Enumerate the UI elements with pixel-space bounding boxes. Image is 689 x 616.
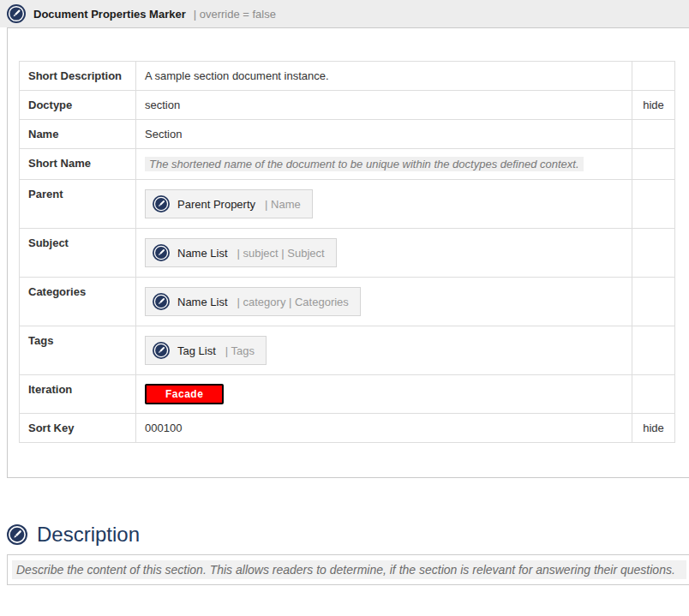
short-name-placeholder[interactable]: The shortened name of the document to be… [145,157,584,171]
short-name-field[interactable]: The shortened name of the document to be… [136,149,632,180]
table-row-short-description: Short Description A sample section docum… [20,62,675,91]
table-row-tags: Tags Tag List | Tags [20,326,675,375]
sort-key-value[interactable]: 000100 [136,414,632,443]
hide-link[interactable]: hide [632,91,675,120]
row-label: Sort Key [20,414,136,443]
table-row-subject: Subject Name List | subject | Subject [20,229,675,278]
table-row-sort-key: Sort Key 000100 hide [20,414,675,443]
row-label: Name [20,120,136,149]
marker-pen-icon [153,342,170,359]
row-label: Short Name [20,149,136,180]
description-section-heading: Description [7,523,689,547]
table-row-doctype: Doctype section hide [20,91,675,120]
row-label: Short Description [20,62,136,91]
row-action [632,62,675,91]
categories-name-list-marker-button[interactable]: Name List | category | Categories [145,287,361,316]
row-action [632,229,675,278]
row-label: Subject [20,229,136,278]
marker-pen-icon [153,195,170,212]
marker-pen-icon [153,293,170,310]
marker-pen-icon [7,4,26,23]
categories-field: Name List | category | Categories [136,278,632,326]
tag-list-marker-button[interactable]: Tag List | Tags [145,336,267,365]
table-row-iteration: Iteration Facade [20,375,675,414]
row-action [632,326,675,375]
marker-chip-meta: | category | Categories [237,296,349,308]
name-value[interactable]: Section [136,120,632,149]
row-label: Parent [20,180,136,229]
subject-name-list-marker-button[interactable]: Name List | subject | Subject [145,238,337,267]
marker-chip-title: Parent Property [177,198,255,211]
subject-field: Name List | subject | Subject [136,229,632,278]
marker-chip-title: Name List [177,247,228,260]
description-editor-box[interactable]: Describe the content of this section. Th… [7,554,689,585]
row-label: Doctype [20,91,136,120]
marker-title: Document Properties Marker [33,8,186,21]
marker-chip-meta: | subject | Subject [237,247,325,260]
doctype-value[interactable]: section [136,91,632,120]
document-properties-panel: Short Description A sample section docum… [7,27,689,478]
row-label: Iteration [20,375,136,414]
description-placeholder[interactable]: Describe the content of this section. Th… [12,560,686,579]
marker-pen-icon [153,244,170,261]
parent-property-marker-button[interactable]: Parent Property | Name [145,189,313,218]
row-action [632,120,675,149]
table-row-categories: Categories Name List | category | Catego… [20,278,675,326]
marker-chip-meta: | Name [265,198,301,211]
document-properties-marker-header: Document Properties Marker | override = … [0,0,689,27]
hide-link[interactable]: hide [632,414,675,443]
marker-override-flag: | override = false [194,8,276,21]
marker-pen-icon [7,524,27,545]
table-row-name: Name Section [20,120,675,149]
marker-chip-title: Tag List [177,344,216,357]
tags-field: Tag List | Tags [136,326,632,375]
table-row-short-name: Short Name The shortened name of the doc… [20,149,675,180]
properties-table: Short Description A sample section docum… [19,61,675,443]
row-action [632,149,675,180]
parent-field: Parent Property | Name [136,180,632,229]
section-title: Description [37,523,140,547]
marker-chip-meta: | Tags [225,344,255,357]
row-action [632,278,675,326]
row-label: Tags [20,326,136,375]
marker-chip-title: Name List [177,296,228,308]
row-action [632,180,675,229]
table-row-parent: Parent Parent Property | Name [20,180,675,229]
iteration-field: Facade [136,375,632,414]
iteration-facade-button[interactable]: Facade [145,384,224,404]
row-action [632,375,675,414]
row-label: Categories [20,278,136,326]
short-description-value[interactable]: A sample section document instance. [136,62,632,91]
